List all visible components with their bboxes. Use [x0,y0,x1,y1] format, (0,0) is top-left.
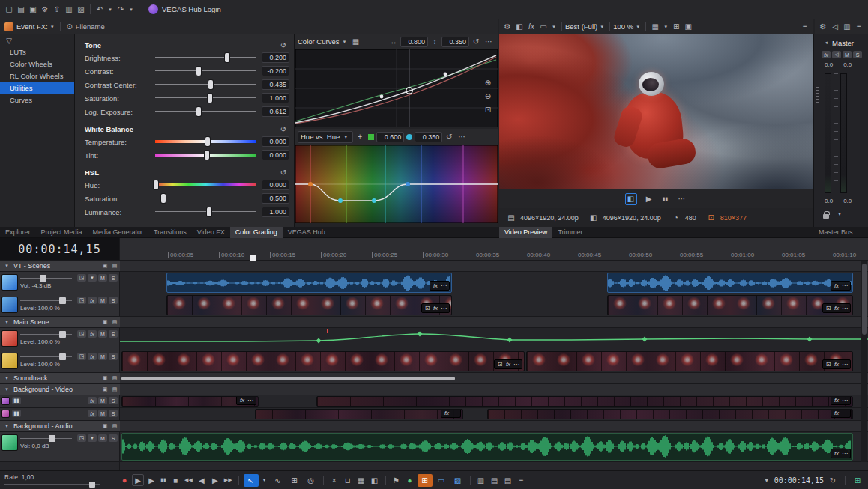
track-display-icon[interactable]: ▮▮ [12,397,21,404]
group-settings-icon[interactable]: ▣ [100,260,109,272]
group-settings-icon[interactable]: ▣ [100,316,109,328]
event-more-icon[interactable]: ⋯ [841,397,849,404]
hsl-saturation-value[interactable]: 0.500 [262,193,289,204]
pause-button[interactable]: ▮▮ [159,474,168,486]
lock-envelopes-button[interactable]: ▭ [434,474,449,487]
paste-icon[interactable]: ▥ [63,4,75,16]
go-to-end-button[interactable]: ▶▶ [223,474,234,486]
tab-master-bus[interactable]: Master Bus [813,227,858,238]
play-button[interactable]: ▶ [145,474,157,486]
event-crop-icon[interactable]: ⊡ [496,361,504,368]
curve-point-y-value[interactable]: 0.350 [441,37,469,47]
event-more-icon[interactable]: ⋯ [841,282,849,289]
preview-settings-icon[interactable]: ⚙ [501,21,513,33]
reset-icon[interactable]: ↺ [277,39,289,51]
curves-grid-icon[interactable]: ▦ [349,36,361,48]
video-fx-icon[interactable]: fx [525,21,537,33]
log-exposure-slider[interactable] [155,106,256,117]
chevron-down-icon[interactable]: ▾ [661,21,670,33]
ignore-event-grouping-button[interactable]: ▧ [450,474,465,487]
timecode-display[interactable]: 00:00:14,15 [0,238,120,261]
redo-icon[interactable]: ↷ [115,4,127,16]
lane-vt-audio[interactable]: fx⋯ fx⋯ [120,272,868,294]
mute-button[interactable]: M [98,397,107,404]
zoom-edit-tool[interactable]: ◎ [304,474,319,487]
track-header-bg-video-2[interactable]: ▮▮ fx M S [0,408,120,421]
lane-main-envelope[interactable] [120,328,868,350]
edit-tool-dropdown-icon[interactable]: ▾ [260,474,269,486]
event-fx-button[interactable]: fx [238,397,246,404]
mute-button[interactable]: M [98,297,107,304]
preview-more-icon[interactable]: ⋯ [676,193,688,205]
mute-button[interactable]: M [98,353,107,360]
solo-button[interactable]: S [109,434,118,442]
go-to-start-button[interactable]: ◀◀ [183,474,194,486]
contrast-value[interactable]: -0.200 [262,66,289,76]
tab-video-preview[interactable]: Video Preview [499,227,552,238]
group-collapse-icon[interactable]: ▤ [110,383,119,395]
reset-icon[interactable]: ↺ [470,36,482,48]
tab-trimmer[interactable]: Trimmer [552,227,588,238]
mute-button[interactable]: M [98,410,107,417]
lane-vt-video[interactable]: ⊡fx⋯ ⊡fx⋯ [120,294,868,317]
track-fx-button[interactable]: fx [88,410,97,417]
mixer-settings-icon[interactable]: ⚙ [817,21,829,33]
event-crop-icon[interactable]: ⊡ [825,305,832,312]
preview-pause-button[interactable]: ▮▮ [661,193,670,205]
filter-icon[interactable]: ▽ [3,34,15,46]
quantize-frames-icon[interactable]: ▦ [355,474,367,486]
sidebar-item-luts[interactable]: LUTs [0,46,74,58]
rate-slider[interactable] [4,482,100,488]
video-event[interactable]: ⊡fx⋯ [121,351,525,371]
event-fx-button[interactable]: fx [443,410,450,416]
timeline-options-icon[interactable]: ⊞ [852,474,864,486]
track-group-background-video[interactable]: ▾ Background - Video ▣ ▤ [0,384,868,395]
render-as-icon[interactable]: ⇪ [51,4,63,16]
hue-slider[interactable] [155,180,256,190]
group-collapse-icon[interactable]: ▤ [110,260,119,272]
project-properties-icon[interactable]: ⚙ [39,4,51,16]
automation-icon[interactable]: ◳ [77,274,86,282]
lane-bg-audio[interactable]: fx⋯ [120,432,868,462]
open-project-icon[interactable]: ▤ [15,4,27,16]
close-gaps-icon[interactable]: × [328,474,340,486]
track-icon[interactable] [1,434,18,451]
scrollbar-thumb[interactable] [862,264,867,335]
save-snapshot-icon[interactable]: ▣ [682,21,694,33]
cursor-timecode[interactable]: 00:00:14,15 [774,476,824,485]
pick-color-icon[interactable]: + [354,131,366,143]
video-event[interactable]: fx⋯ [487,409,853,419]
timeline-scrollbar[interactable] [861,261,867,462]
loop-playback-button[interactable]: ▶ [132,474,144,486]
event-more-icon[interactable]: ⋯ [513,361,520,368]
collapse-group-icon[interactable]: ▾ [2,316,11,328]
saturation-value[interactable]: 1.000 [262,93,289,103]
master-fx-button[interactable]: fx [822,51,831,58]
track-fx-button[interactable]: fx [88,353,97,360]
track-icon[interactable] [1,353,18,369]
level-value[interactable]: 100,0 % [38,338,60,345]
preview-play-button[interactable]: ▶ [643,193,655,205]
master-solo-button[interactable]: S [853,51,862,58]
audio-event[interactable]: fx⋯ [166,273,452,293]
master-speaker-icon[interactable]: ◁ [832,51,841,58]
event-more-icon[interactable]: ⋯ [841,361,849,368]
track-fx-button[interactable]: fx [88,297,97,304]
group-settings-icon[interactable]: ▣ [100,372,109,384]
slip-event-icon[interactable]: ▤ [502,474,514,486]
event-more-icon[interactable]: ⋯ [440,282,447,289]
event-more-icon[interactable]: ⋯ [841,410,849,416]
solo-button[interactable]: S [109,397,118,404]
lane-main-video[interactable]: ⊡fx⋯ ⊡fx⋯ [120,350,868,373]
track-group-vt-scenes[interactable]: ▾ VT - Scenes ▣ ▤ [0,261,868,272]
collapse-group-icon[interactable]: ▾ [2,383,11,395]
hue-point-x-value[interactable]: 0.600 [376,132,404,142]
lane-bg-video-1[interactable]: fx⋯ fx⋯ [120,395,868,408]
contrast-center-slider[interactable] [155,79,256,90]
more-options-icon[interactable]: ⋯ [456,131,468,143]
contrast-center-value[interactable]: 0.435 [262,79,289,90]
chevron-down-icon[interactable]: ▾ [633,21,642,33]
video-event[interactable]: fx⋯ [121,396,259,407]
lock-fader-icon[interactable] [823,214,829,219]
track-group-soundtrack[interactable]: ▾ Soundtrack ▣ ▤ [0,373,868,384]
